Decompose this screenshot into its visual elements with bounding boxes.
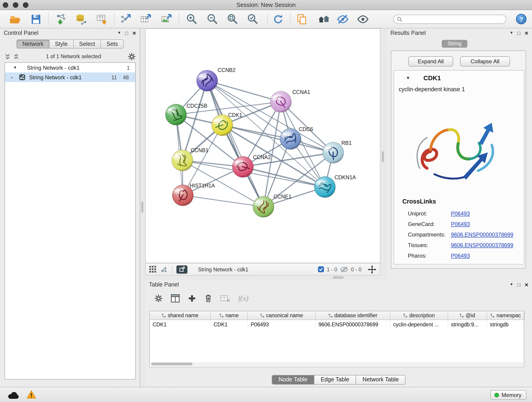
column-header--id[interactable]: @id: [448, 311, 487, 319]
network-node-CDKN1A[interactable]: [314, 177, 336, 198]
network-row-selected[interactable]: ● String Network - cdk1 11 48: [5, 72, 135, 82]
nested-networks-icon[interactable]: [318, 13, 330, 25]
panel-menu-icon[interactable]: ▼: [117, 31, 121, 35]
column-header-shared-name[interactable]: shared name: [150, 311, 211, 319]
open-session-icon[interactable]: [9, 13, 21, 25]
save-session-icon[interactable]: [30, 13, 42, 25]
select-columns-icon[interactable]: [171, 294, 180, 303]
add-column-icon[interactable]: [188, 294, 196, 303]
tab-string[interactable]: String: [442, 40, 467, 48]
crosslink-link[interactable]: P06493: [451, 221, 470, 227]
column-header-canonical-name[interactable]: canonical name: [248, 311, 316, 319]
node-label-CDC6[interactable]: CDC6: [299, 127, 313, 132]
scrollbar-thumb[interactable]: [151, 363, 192, 365]
gear-icon[interactable]: [128, 52, 136, 60]
crosslink-link[interactable]: 9606.ENSP00000378699: [451, 242, 513, 248]
network-edge[interactable]: [183, 195, 264, 207]
node-label-CCNB1[interactable]: CCNB1: [191, 148, 209, 153]
zoom-fit-icon[interactable]: [226, 13, 238, 25]
hide-selected-icon[interactable]: [337, 13, 349, 25]
vertical-splitter-handle[interactable]: [141, 202, 143, 213]
tab-style[interactable]: Style: [50, 39, 74, 49]
import-table-icon[interactable]: [96, 13, 108, 25]
search-input[interactable]: [405, 16, 506, 23]
zoom-out-icon[interactable]: [206, 13, 218, 25]
column-header-database-identifier[interactable]: database identifier: [316, 311, 390, 319]
delete-table-icon[interactable]: [220, 294, 230, 302]
panel-close-icon[interactable]: ×: [525, 281, 528, 288]
panel-menu-icon[interactable]: ▼: [510, 283, 513, 287]
tab-edge-table[interactable]: Edge Table: [314, 375, 356, 385]
network-canvas[interactable]: CCNB2CCNA1CDC25BCDK1CDC6RB1CCNB1CCNA2CDK…: [145, 28, 380, 263]
import-network-file-icon[interactable]: [55, 13, 67, 25]
tab-select[interactable]: Select: [74, 39, 101, 49]
selected-nodes-checkbox-icon[interactable]: [318, 266, 324, 272]
open-in-browser-button[interactable]: [177, 265, 187, 274]
tab-sets[interactable]: Sets: [101, 39, 124, 49]
zoom-in-icon[interactable]: [186, 13, 197, 25]
network-node-RB1[interactable]: [323, 142, 344, 163]
function-builder-icon[interactable]: f(x): [238, 294, 248, 303]
tab-network[interactable]: Network: [17, 39, 50, 49]
warning-icon[interactable]: [27, 390, 36, 399]
node-label-CDKN1A[interactable]: CDKN1A: [335, 175, 356, 180]
tab-node-table[interactable]: Node Table: [272, 375, 314, 385]
network-node-CCNB2[interactable]: [196, 70, 218, 91]
column-header-name[interactable]: name: [211, 311, 248, 319]
delete-column-icon[interactable]: [204, 294, 212, 303]
cloud-icon[interactable]: [7, 390, 19, 399]
node-label-CCNE1[interactable]: CCNE1: [273, 194, 291, 199]
panel-close-icon[interactable]: ×: [133, 30, 136, 36]
help-icon[interactable]: ?: [516, 14, 526, 24]
network-edge[interactable]: [207, 81, 264, 207]
collapse-all-nodes-icon[interactable]: [13, 53, 19, 59]
network-graph[interactable]: [146, 29, 380, 263]
panel-menu-icon[interactable]: ▼: [510, 31, 513, 35]
collapse-gene-icon[interactable]: ▼: [406, 76, 410, 80]
network-node-CCNB1[interactable]: [172, 150, 193, 171]
column-header-namespac[interactable]: namespac: [487, 311, 525, 319]
export-network-icon[interactable]: [120, 13, 132, 25]
clone-network-icon[interactable]: [296, 13, 308, 25]
node-label-CDK1[interactable]: CDK1: [228, 112, 242, 118]
export-image-icon[interactable]: [160, 13, 172, 25]
node-label-CCNA2[interactable]: CCNA2: [253, 154, 271, 160]
panel-float-icon[interactable]: □: [125, 31, 128, 36]
crosslink-link[interactable]: P06493: [451, 252, 470, 259]
panel-float-icon[interactable]: □: [517, 282, 520, 287]
column-header-description[interactable]: description: [390, 311, 448, 319]
tab-network-table[interactable]: Network Table: [356, 375, 405, 385]
table-horizontal-scrollbar[interactable]: [150, 362, 523, 366]
panel-float-icon[interactable]: □: [517, 31, 520, 36]
node-label-CCNA1[interactable]: CCNA1: [292, 89, 310, 95]
collapse-all-button[interactable]: Collapse All: [460, 56, 510, 66]
memory-button[interactable]: Memory: [490, 390, 526, 400]
node-label-RB1[interactable]: RB1: [341, 140, 352, 146]
network-node-CCNA2[interactable]: [232, 156, 253, 177]
network-node-CDC25B[interactable]: [165, 104, 186, 125]
node-label-CDC25B[interactable]: CDC25B: [186, 103, 207, 109]
import-network-database-icon[interactable]: [76, 13, 88, 25]
show-all-icon[interactable]: [357, 13, 369, 25]
export-table-icon[interactable]: [140, 13, 152, 25]
node-label-CCNB2[interactable]: CCNB2: [218, 67, 235, 73]
network-node-CCNE1[interactable]: [253, 196, 274, 217]
birds-eye-view-icon[interactable]: [149, 266, 156, 273]
network-node-CDC6[interactable]: [280, 128, 301, 149]
network-node-CCNA1[interactable]: [270, 91, 291, 112]
gear-icon[interactable]: [154, 294, 163, 303]
tree-expand-icon[interactable]: ▼: [13, 65, 17, 70]
network-collection-row[interactable]: ▼ String Network - cdk1 1: [5, 63, 135, 72]
network-edge[interactable]: [207, 81, 281, 102]
pan-mode-icon[interactable]: [368, 265, 376, 274]
gene-header-row[interactable]: ▼ CDK1: [394, 72, 524, 83]
vertical-splitter-handle[interactable]: [382, 151, 384, 162]
crosslink-link[interactable]: 9606.ENSP00000378699: [451, 231, 513, 238]
network-edge[interactable]: [222, 125, 333, 153]
zoom-selected-icon[interactable]: [247, 13, 259, 25]
table-row[interactable]: CDK1CDK1P064939606.ENSP00000378699cyclin…: [150, 320, 524, 329]
panel-close-icon[interactable]: ×: [525, 30, 528, 36]
string-view-icon[interactable]: [160, 266, 168, 273]
crosslink-link[interactable]: P06493: [451, 210, 470, 217]
refresh-icon[interactable]: [272, 13, 284, 25]
